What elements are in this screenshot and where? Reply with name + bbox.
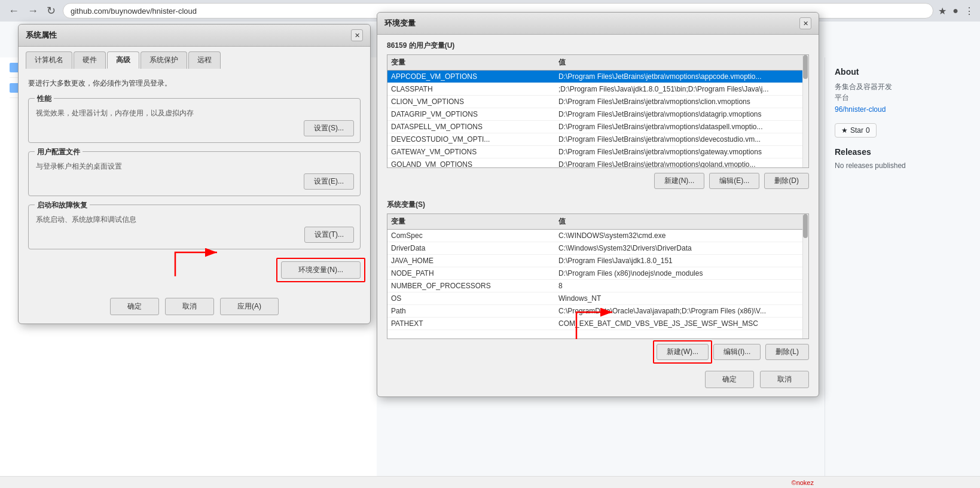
- var-value: D:\Program Files\JetBrains\jetbra\vmopti…: [558, 97, 805, 106]
- var-name: GATEWAY_VM_OPTIONS: [391, 148, 558, 156]
- github-sidebar: About 务集合及容器开发平台 96/hnister-cloud ★ Star…: [825, 57, 980, 488]
- sysprops-titlebar: 系统属性 ✕: [19, 25, 370, 47]
- performance-text: 视觉效果，处理器计划，内存使用，以及虚拟内存: [36, 108, 353, 118]
- tab-computer-name[interactable]: 计算机名: [26, 51, 72, 69]
- user-vars-col-value: 值: [558, 57, 805, 68]
- performance-settings-button[interactable]: 设置(S)...: [304, 120, 354, 136]
- table-row[interactable]: GATEWAY_VM_OPTIONS D:\Program Files\JetB…: [387, 146, 808, 158]
- sysprops-title: 系统属性: [26, 30, 57, 41]
- var-name: Path: [391, 307, 558, 315]
- sys-edit-button[interactable]: 编辑(I)...: [713, 344, 761, 360]
- user-vars-section-title: 86159 的用户变量(U): [377, 35, 819, 54]
- table-row[interactable]: JAVA_HOME D:\Program Files\Java\jdk1.8.0…: [387, 255, 808, 267]
- sys-delete-button[interactable]: 删除(L): [765, 344, 809, 360]
- sysprops-close-button[interactable]: ✕: [351, 29, 363, 41]
- back-button[interactable]: ←: [6, 4, 22, 19]
- performance-section: 性能 视觉效果，处理器计划，内存使用，以及虚拟内存 设置(S)...: [28, 98, 361, 143]
- about-title: About: [835, 67, 970, 77]
- table-row[interactable]: OS Windows_NT: [387, 292, 808, 305]
- sysprops-content: 要进行大多数更改，你必须作为管理员登录。 性能 视觉效果，处理器计划，内存使用，…: [19, 69, 370, 292]
- envvars-footer: 确定 取消: [377, 365, 819, 396]
- about-text: 务集合及容器开发平台: [835, 81, 970, 103]
- envvars-ok-button[interactable]: 确定: [705, 371, 754, 388]
- var-value: C:\Windows\System32\Drivers\DriverData: [558, 244, 805, 252]
- var-name: APPCODE_VM_OPTIONS: [391, 72, 558, 81]
- tab-hardware[interactable]: 硬件: [74, 51, 106, 69]
- var-name: GOLAND_VM_OPTIONS: [391, 160, 558, 168]
- sys-vars-table: 变量 值 ComSpec C:\WINDOWS\system32\cmd.exe…: [387, 214, 809, 339]
- table-row[interactable]: Path C:\ProgramData\Oracle\Java\javapath…: [387, 305, 808, 318]
- repo-link[interactable]: 96/hnister-cloud: [835, 105, 970, 114]
- var-name: ComSpec: [391, 231, 558, 240]
- var-value: D:\Program Files\JetBrains\jetbra\vmopti…: [558, 160, 805, 168]
- envvars-close-button[interactable]: ✕: [799, 17, 811, 29]
- table-row[interactable]: NODE_PATH D:\Program Files (x86)\nodejs\…: [387, 267, 808, 280]
- var-value: C:\ProgramData\Oracle\Java\javapath;D:\P…: [558, 307, 805, 315]
- star-icon: ★: [841, 126, 848, 135]
- sysprops-apply-button[interactable]: 应用(A): [220, 298, 279, 315]
- table-row[interactable]: DriverData C:\Windows\System32\Drivers\D…: [387, 242, 808, 255]
- var-name: NODE_PATH: [391, 269, 558, 277]
- table-row[interactable]: GOLAND_VM_OPTIONS D:\Program Files\JetBr…: [387, 158, 808, 168]
- user-vars-col-name: 变量: [391, 57, 558, 68]
- sysprops-tabs: 计算机名 硬件 高级 系统保护 远程: [19, 47, 370, 69]
- var-name: CLASSPATH: [391, 85, 558, 93]
- star-section: ★ Star 0: [835, 123, 970, 138]
- var-name: PATHEXT: [391, 319, 558, 328]
- envvars-cancel-button[interactable]: 取消: [760, 371, 809, 388]
- scrollbar-track: [802, 214, 808, 338]
- table-row[interactable]: DATASPELL_VM_OPTIONS D:\Program Files\Je…: [387, 121, 808, 133]
- user-profiles-section: 用户配置文件 与登录帐户相关的桌面设置 设置(E)...: [28, 151, 361, 196]
- sysprops-warn-text: 要进行大多数更改，你必须作为管理员登录。: [28, 78, 361, 89]
- table-row[interactable]: CLASSPATH ;D:\Program Files\Java\jdk1.8.…: [387, 83, 808, 96]
- table-row[interactable]: PATHEXT COM_EXE_BAT_CMD_VBS_VBE_JS_JSE_W…: [387, 318, 808, 330]
- var-value: D:\Program Files\JetBrains\jetbra\vmopti…: [558, 135, 805, 144]
- envvars-titlebar: 环境变量 ✕: [377, 13, 819, 35]
- var-value: 8: [558, 282, 805, 290]
- user-vars-header: 变量 值: [387, 55, 808, 71]
- user-profiles-text: 与登录帐户相关的桌面设置: [36, 161, 353, 172]
- user-edit-button[interactable]: 编辑(E)...: [709, 173, 759, 189]
- sysprops-cancel-button[interactable]: 取消: [165, 298, 214, 315]
- startup-section: 启动和故障恢复 系统启动、系统故障和调试信息 设置(T)...: [28, 205, 361, 249]
- sysprops-ok-button[interactable]: 确定: [110, 298, 159, 315]
- var-name: DATASPELL_VM_OPTIONS: [391, 123, 558, 131]
- user-new-button[interactable]: 新建(N)...: [654, 173, 705, 189]
- var-name: DriverData: [391, 244, 558, 252]
- table-row[interactable]: DEVECOSTUDIO_VM_OPTI... D:\Program Files…: [387, 133, 808, 146]
- menu-icon[interactable]: ⋮: [964, 5, 974, 17]
- table-row[interactable]: ComSpec C:\WINDOWS\system32\cmd.exe: [387, 230, 808, 242]
- sys-new-button[interactable]: 新建(W)...: [657, 344, 709, 360]
- user-profiles-settings-button[interactable]: 设置(E)...: [304, 173, 354, 190]
- table-row[interactable]: APPCODE_VM_OPTIONS D:\Program Files\JetB…: [387, 71, 808, 83]
- refresh-button[interactable]: ↻: [44, 3, 58, 19]
- forward-button[interactable]: →: [25, 4, 41, 19]
- no-releases-text: No releases published: [835, 161, 970, 170]
- scrollbar-track: [802, 55, 808, 167]
- startup-settings-button[interactable]: 设置(T)...: [304, 227, 354, 243]
- sys-vars-col-value: 值: [558, 216, 805, 227]
- profile-icon[interactable]: ●: [952, 5, 958, 16]
- browser-nav-icons: ← → ↻: [6, 3, 58, 19]
- tab-advanced[interactable]: 高级: [107, 51, 139, 69]
- bookmark-icon[interactable]: ★: [938, 5, 947, 17]
- env-vars-button[interactable]: 环境变量(N)...: [281, 261, 361, 279]
- table-row[interactable]: CLION_VM_OPTIONS D:\Program Files\JetBra…: [387, 96, 808, 108]
- scrollbar-thumb[interactable]: [803, 55, 808, 79]
- user-delete-button[interactable]: 删除(D): [764, 173, 809, 189]
- startup-text: 系统启动、系统故障和调试信息: [36, 215, 353, 225]
- var-value: Windows_NT: [558, 294, 805, 303]
- sys-vars-section-title: 系统变量(S): [377, 194, 819, 214]
- user-vars-buttons: 新建(N)... 编辑(E)... 删除(D): [377, 168, 819, 194]
- var-value: D:\Program Files\JetBrains\jetbra\vmopti…: [558, 110, 805, 118]
- star-button[interactable]: ★ Star 0: [835, 123, 877, 138]
- tab-remote[interactable]: 远程: [188, 51, 221, 69]
- table-row[interactable]: NUMBER_OF_PROCESSORS 8: [387, 280, 808, 292]
- scrollbar-thumb[interactable]: [803, 214, 808, 238]
- table-row[interactable]: DATAGRIP_VM_OPTIONS D:\Program Files\Jet…: [387, 108, 808, 121]
- tab-system-protection[interactable]: 系统保护: [141, 51, 187, 69]
- performance-title: 性能: [35, 94, 54, 104]
- var-value: ;D:\Program Files\Java\jdk1.8.0_151\bin;…: [558, 85, 805, 93]
- sys-vars-buttons: 新建(W)... 编辑(I)... 删除(L): [377, 339, 819, 365]
- var-value: COM_EXE_BAT_CMD_VBS_VBE_JS_JSE_WSF_WSH_M…: [558, 319, 805, 328]
